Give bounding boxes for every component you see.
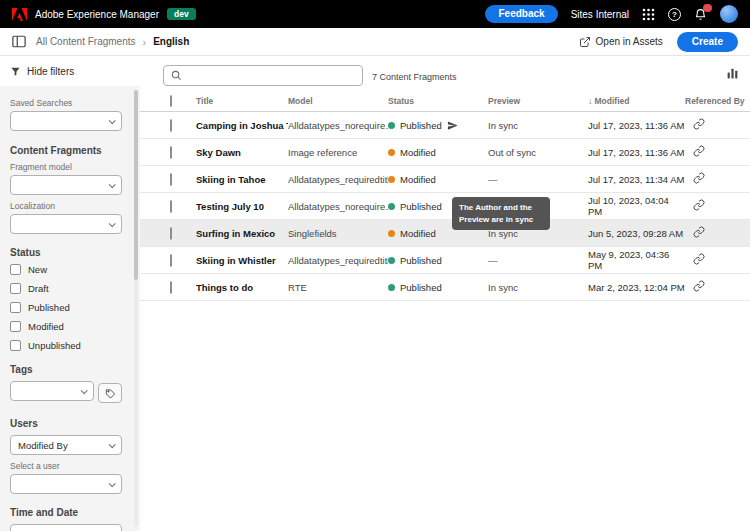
status-filter-draft[interactable]: Draft — [10, 283, 126, 294]
localization-dropdown[interactable] — [10, 214, 122, 234]
table-row[interactable]: Surfing in Mexico Singlefields Modified … — [140, 220, 750, 247]
row-checkbox[interactable] — [170, 254, 172, 267]
sidebar-scrollbar[interactable] — [134, 90, 138, 527]
toggle-rail-icon[interactable] — [726, 66, 739, 84]
status-dot — [388, 257, 395, 264]
fragment-title[interactable]: Surfing in Mexico — [196, 228, 288, 239]
checkbox[interactable] — [10, 321, 21, 332]
column-header-referenced-by[interactable]: Referenced By — [685, 96, 750, 106]
status-section-label: Status — [10, 247, 126, 258]
breadcrumb-current: English — [153, 36, 189, 47]
table-row[interactable]: Skiing in Whistler Alldatatypes_required… — [140, 247, 750, 274]
checkbox[interactable] — [10, 302, 21, 313]
referenced-by-link-icon[interactable] — [693, 253, 705, 265]
open-in-assets-button[interactable]: Open in Assets — [579, 36, 663, 48]
search-box[interactable] — [163, 65, 363, 86]
fragment-title[interactable]: Skiing in Whistler — [196, 255, 288, 266]
select-all-checkbox[interactable] — [170, 95, 172, 107]
table-row[interactable]: Camping in Joshua Tree Alldatatypes_nore… — [140, 112, 750, 139]
hide-filters-button[interactable]: Hide filters — [0, 56, 140, 86]
fragment-title[interactable]: Testing July 10 — [196, 201, 288, 212]
fragment-model: Alldatatypes_norequire… — [288, 120, 388, 131]
browse-tags-button[interactable] — [98, 383, 122, 403]
status-filter-unpublished[interactable]: Unpublished — [10, 340, 126, 351]
fragment-title[interactable]: Camping in Joshua Tree — [196, 120, 288, 131]
notification-badge — [703, 4, 712, 12]
column-header-preview[interactable]: Preview — [488, 96, 588, 106]
referenced-by-link-icon[interactable] — [693, 226, 705, 238]
status-dot — [388, 122, 395, 129]
row-checkbox[interactable] — [170, 281, 172, 294]
column-header-model[interactable]: Model — [288, 96, 388, 106]
table-row[interactable]: Skiing in Tahoe Alldatatypes_requiredtit… — [140, 166, 750, 193]
status-filter-published[interactable]: Published — [10, 302, 126, 313]
status-dot — [388, 176, 395, 183]
referenced-by-link-icon[interactable] — [693, 145, 705, 157]
open-in-assets-label: Open in Assets — [596, 36, 663, 47]
fragment-title[interactable]: Skiing in Tahoe — [196, 174, 288, 185]
column-header-modified[interactable]: ↓Modified — [588, 96, 685, 106]
referenced-by-link-icon[interactable] — [693, 280, 705, 292]
feedback-button[interactable]: Feedback — [485, 5, 557, 23]
localization-label: Localization — [10, 201, 126, 211]
tags-dropdown[interactable] — [10, 381, 94, 401]
search-icon — [171, 70, 182, 81]
app-title: Adobe Experience Manager — [35, 9, 159, 20]
table-row[interactable]: Testing July 10 Alldatatypes_norequire… … — [140, 193, 750, 220]
top-app-bar: Adobe Experience Manager dev Feedback Si… — [0, 0, 750, 28]
filters-sidebar: Hide filters Saved Searches Content Frag… — [0, 56, 140, 531]
adobe-logo-icon — [12, 8, 27, 21]
scrollbar-thumb[interactable] — [134, 90, 138, 280]
select-user-label: Select a user — [10, 461, 126, 471]
filter-funnel-icon — [10, 66, 21, 77]
create-button[interactable]: Create — [677, 32, 738, 52]
modified-at-dropdown[interactable]: Modified at — [10, 524, 122, 531]
search-input[interactable] — [187, 70, 355, 81]
breadcrumb-parent-link[interactable]: All Content Fragments — [36, 36, 136, 47]
hide-filters-label: Hide filters — [27, 66, 74, 77]
table-row[interactable]: Sky Dawn Image reference Modified Out of… — [140, 139, 750, 166]
column-header-title[interactable]: Title — [196, 96, 288, 106]
checkbox[interactable] — [10, 340, 21, 351]
checkbox[interactable] — [10, 283, 21, 294]
referenced-by-link-icon[interactable] — [693, 199, 705, 211]
modified-by-dropdown[interactable]: Modified By — [10, 435, 122, 455]
fragment-model: RTE — [288, 282, 388, 293]
fragment-model: Alldatatypes_requiredtitle — [288, 174, 388, 185]
row-checkbox[interactable] — [170, 146, 172, 159]
toggle-sidebar-icon[interactable] — [12, 35, 26, 48]
referenced-by-link-icon[interactable] — [693, 172, 705, 184]
column-header-status[interactable]: Status — [388, 96, 488, 106]
preview-status: In sync — [488, 120, 588, 131]
table-header-row: Title Model Status Preview ↓Modified Ref… — [140, 90, 750, 112]
fragment-model-dropdown[interactable] — [10, 175, 122, 195]
fragment-title[interactable]: Sky Dawn — [196, 147, 288, 158]
help-icon[interactable]: ? — [668, 8, 681, 21]
app-grid-icon[interactable] — [642, 8, 655, 21]
user-avatar[interactable] — [720, 5, 738, 23]
checkbox[interactable] — [10, 264, 21, 275]
row-checkbox[interactable] — [170, 119, 172, 132]
referenced-by-link-icon[interactable] — [693, 118, 705, 130]
notifications-bell-icon[interactable] — [694, 8, 707, 21]
status-filter-new[interactable]: New — [10, 264, 126, 275]
chevron-down-icon — [109, 480, 116, 487]
status-dot — [388, 149, 395, 156]
saved-searches-dropdown[interactable] — [10, 111, 122, 131]
status-dot — [388, 203, 395, 210]
select-user-dropdown[interactable] — [10, 474, 122, 494]
tag-icon — [105, 388, 116, 399]
row-checkbox[interactable] — [170, 173, 172, 186]
fragment-model-label: Fragment model — [10, 162, 126, 172]
tags-filter-row — [10, 381, 126, 405]
row-checkbox[interactable] — [170, 200, 172, 213]
chevron-down-icon — [109, 220, 116, 227]
row-checkbox[interactable] — [170, 227, 172, 240]
fragment-title[interactable]: Things to do — [196, 282, 288, 293]
status-filter-modified[interactable]: Modified — [10, 321, 126, 332]
table-row[interactable]: Things to do RTE Published In sync Mar 2… — [140, 274, 750, 301]
modified-date: Jul 17, 2023, 11:36 AM — [588, 147, 685, 158]
saved-searches-label: Saved Searches — [10, 98, 126, 108]
fragment-model: Image reference — [288, 147, 388, 158]
workspace-switcher[interactable]: Sites Internal — [571, 9, 629, 20]
